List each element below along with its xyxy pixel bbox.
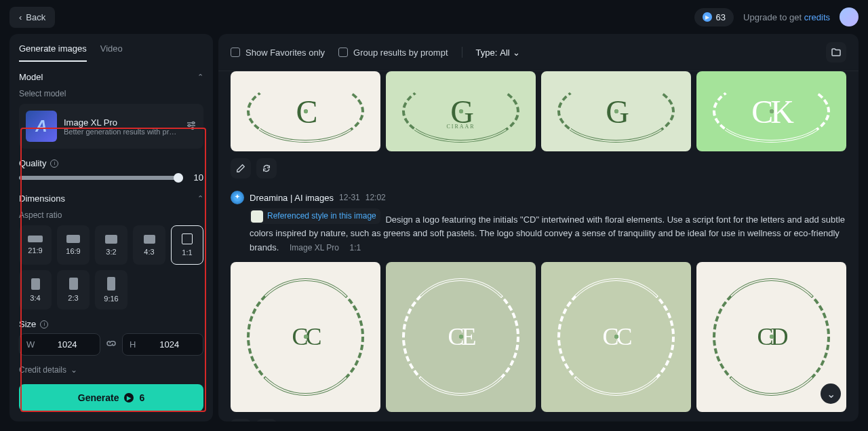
result-image[interactable]: CC: [541, 262, 691, 412]
tab-generate-images[interactable]: Generate images: [19, 43, 87, 62]
result-image[interactable]: G: [541, 71, 691, 151]
aspect-ratio-1-1[interactable]: 1:1: [171, 225, 203, 265]
back-button[interactable]: ‹ Back: [9, 7, 55, 28]
credit-icon: ▶: [124, 393, 134, 402]
aspect-ratio-3-2[interactable]: 3:2: [95, 225, 127, 265]
chevron-up-icon: ⌃: [197, 73, 203, 81]
ratio-tag: 1:1: [350, 243, 361, 252]
upgrade-link[interactable]: Upgrade to get credits: [743, 12, 830, 22]
result-image[interactable]: CC: [231, 262, 380, 412]
model-desc: Better generation results with profe…: [64, 128, 179, 136]
checkbox-icon: [338, 48, 348, 57]
topbar-right: ▶ 63 Upgrade to get credits: [694, 7, 859, 26]
aspect-ratio-9-16[interactable]: 9:16: [95, 270, 127, 310]
aspect-ratio-label: Aspect ratio: [19, 210, 203, 220]
author-name: Dreamina | AI images: [250, 193, 334, 203]
chevron-left-icon: ‹: [19, 12, 22, 22]
regenerate-button[interactable]: [256, 419, 277, 421]
result-image[interactable]: CE: [386, 262, 536, 412]
content-area: Show Favorites only Group results by pro…: [218, 34, 859, 421]
reference-style-chip[interactable]: Referenced style in this image: [250, 208, 380, 224]
result-image[interactable]: C: [231, 71, 380, 151]
chevron-down-icon: ⌄: [827, 388, 835, 400]
prompt-time: 12:02: [366, 193, 386, 202]
height-input[interactable]: H 1024: [122, 333, 203, 356]
avatar[interactable]: [840, 7, 859, 26]
info-icon[interactable]: i: [40, 320, 48, 329]
model-card[interactable]: A Image XL Pro Better generation results…: [19, 104, 203, 149]
prompt-date: 12-31: [339, 193, 360, 202]
chevron-down-icon: ⌄: [513, 48, 520, 58]
dimensions-section-head[interactable]: Dimensions ⌃: [19, 193, 203, 204]
reference-thumb: [251, 210, 263, 223]
sliders-icon[interactable]: [186, 120, 197, 133]
show-favorites-checkbox[interactable]: Show Favorites only: [231, 48, 325, 58]
info-icon[interactable]: i: [50, 160, 58, 168]
author-avatar: [231, 191, 244, 204]
chevron-up-icon: ⌃: [197, 194, 203, 203]
aspect-ratio-3-4[interactable]: 3:4: [19, 270, 52, 310]
svg-point-5: [192, 127, 194, 129]
size-label: Size: [19, 319, 36, 329]
edit-button[interactable]: [231, 158, 251, 179]
type-dropdown[interactable]: Type: All ⌄: [476, 48, 520, 58]
quality-label: Quality: [19, 158, 46, 168]
regenerate-button[interactable]: [256, 158, 277, 179]
aspect-ratio-4-3[interactable]: 4:3: [133, 225, 165, 265]
tab-video[interactable]: Video: [100, 43, 123, 62]
select-model-label: Select model: [19, 89, 203, 98]
aspect-ratio-2-3[interactable]: 2:3: [57, 270, 90, 310]
aspect-ratio-16-9[interactable]: 16:9: [57, 225, 90, 265]
model-tag: Image XL Pro: [290, 243, 339, 252]
credits-pill[interactable]: ▶ 63: [694, 8, 734, 26]
back-label: Back: [26, 12, 45, 22]
width-input[interactable]: W 1024: [19, 333, 100, 356]
model-name: Image XL Pro: [64, 117, 179, 128]
scroll-down-button[interactable]: ⌄: [821, 383, 841, 404]
link-icon[interactable]: [106, 338, 117, 351]
edit-button[interactable]: [231, 419, 251, 421]
result-image[interactable]: CK: [696, 71, 846, 151]
quality-value: 10: [190, 172, 203, 183]
aspect-ratio-21-9[interactable]: 21:9: [19, 225, 52, 265]
divider: [462, 47, 462, 58]
model-section-head[interactable]: Model ⌃: [19, 72, 203, 82]
checkbox-icon: [231, 48, 240, 57]
generate-button[interactable]: Generate ▶ 6: [19, 384, 203, 411]
model-thumb: A: [26, 111, 57, 142]
quality-slider[interactable]: [19, 176, 183, 180]
chevron-down-icon: ⌄: [71, 365, 77, 375]
credits-count: 63: [716, 12, 726, 22]
folder-button[interactable]: [826, 42, 846, 62]
slider-thumb[interactable]: [174, 173, 183, 183]
sidebar: Generate images Video Model ⌃ Select mod…: [9, 34, 213, 421]
prompt-body: Referenced style in this image Design a …: [231, 208, 846, 255]
svg-point-4: [189, 124, 191, 126]
result-image[interactable]: GCIRAAR: [386, 71, 536, 151]
svg-point-3: [193, 121, 195, 124]
credit-icon: ▶: [703, 12, 712, 22]
group-results-checkbox[interactable]: Group results by prompt: [338, 48, 448, 58]
credit-details-toggle[interactable]: Credit details ⌄: [19, 365, 203, 375]
